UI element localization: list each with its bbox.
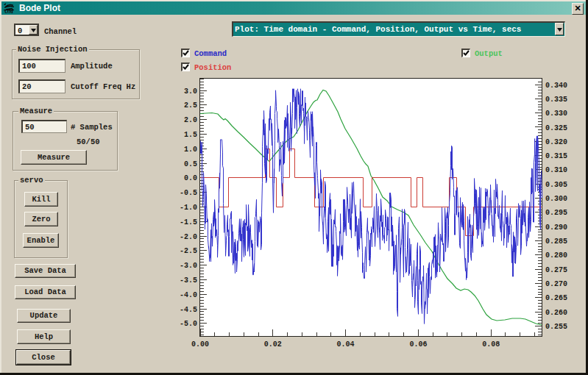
svg-text:-3.5: -3.5	[180, 276, 197, 285]
svg-text:0.260: 0.260	[545, 309, 567, 317]
svg-text:0.320: 0.320	[545, 138, 567, 146]
svg-text:0.255: 0.255	[545, 323, 567, 331]
svg-text:0.335: 0.335	[545, 96, 567, 104]
svg-text:0.285: 0.285	[545, 238, 567, 246]
svg-text:-4.5: -4.5	[180, 306, 197, 314]
svg-text:0.265: 0.265	[545, 294, 567, 302]
svg-text:0.315: 0.315	[545, 152, 567, 160]
svg-text:0.310: 0.310	[545, 166, 567, 174]
svg-text:0.280: 0.280	[545, 251, 567, 260]
svg-text:0.08: 0.08	[482, 340, 500, 349]
svg-text:0.0: 0.0	[184, 174, 197, 182]
svg-text:0.00: 0.00	[191, 340, 209, 349]
svg-text:0.295: 0.295	[545, 209, 567, 217]
svg-text:-0.5: -0.5	[180, 189, 197, 197]
svg-text:-1.0: -1.0	[180, 204, 197, 212]
svg-text:-2.5: -2.5	[180, 247, 197, 255]
svg-text:0.06: 0.06	[409, 340, 427, 349]
svg-text:0.5: 0.5	[184, 160, 197, 168]
svg-text:-4.0: -4.0	[180, 291, 197, 299]
svg-text:2.0: 2.0	[184, 116, 197, 124]
svg-text:0.305: 0.305	[545, 181, 567, 189]
svg-text:3.0: 3.0	[184, 88, 197, 96]
svg-text:-1.5: -1.5	[180, 218, 197, 226]
svg-text:0.340: 0.340	[545, 82, 567, 90]
svg-text:1.5: 1.5	[184, 131, 197, 139]
svg-text:-2.0: -2.0	[180, 233, 197, 241]
svg-text:-3.0: -3.0	[180, 262, 197, 270]
svg-text:0.300: 0.300	[545, 195, 567, 203]
svg-text:1.0: 1.0	[184, 146, 197, 154]
svg-text:0.325: 0.325	[545, 124, 567, 132]
svg-text:0.275: 0.275	[545, 266, 567, 274]
svg-text:-5.0: -5.0	[180, 320, 197, 328]
svg-text:0.02: 0.02	[264, 340, 282, 349]
svg-text:OM: OM	[4, 8, 13, 14]
svg-text:0.270: 0.270	[545, 280, 567, 288]
svg-text:0.290: 0.290	[545, 224, 567, 232]
svg-text:0.04: 0.04	[337, 340, 355, 349]
svg-text:2.5: 2.5	[184, 101, 197, 110]
svg-text:0.330: 0.330	[545, 110, 567, 118]
